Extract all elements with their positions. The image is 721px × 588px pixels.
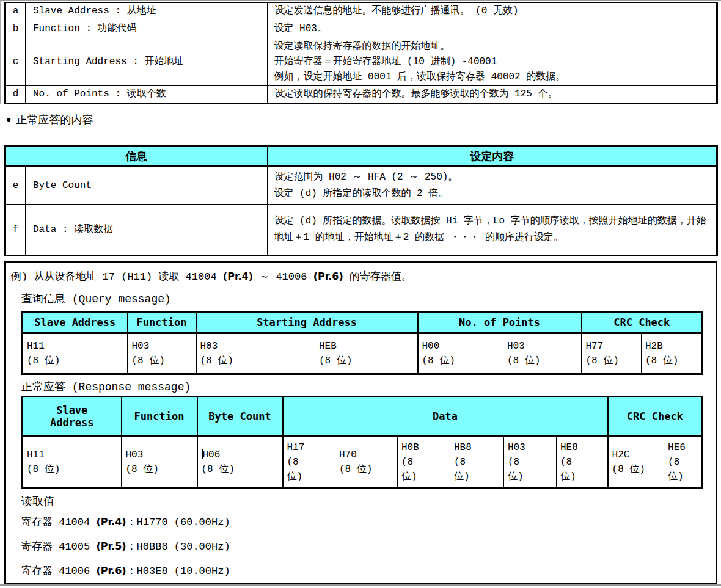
byte-cell: H0B(8 位) [398, 437, 450, 488]
byte-cell: H03(8 位) [122, 437, 197, 488]
table-data-row: H11(8 位) H03(8 位) H03(8 位) HEB(8 位) H00(… [23, 333, 703, 374]
page-edge-top [0, 0, 721, 1]
byte-cell: H03(8 位) [128, 333, 196, 374]
field-label: Starting Address : 开始地址 [26, 38, 268, 86]
row-key: b [5, 20, 26, 38]
table-row: d No. of Points : 读取个数 设定读取的保持寄存器的个数。最多能… [5, 86, 717, 104]
response-message-label: 正常应答 (Response message) [21, 379, 191, 394]
byte-cell: H77(8 位) [582, 333, 642, 374]
field-description: 设定 (d) 所指定的数据。读取数据按 Hi 字节，Lo 字节的顺序读取，按照开… [268, 205, 717, 256]
header-crc-check: CRC Check [582, 312, 703, 333]
byte-cell: H03(8 位) [504, 437, 557, 488]
bullet-icon: ● [6, 115, 11, 125]
read-value-line: 寄存器 41006 (Pr.6)：H03E8 (10.00Hz) [21, 564, 230, 578]
parameter-ref: (Pr.4) [96, 516, 126, 528]
page-edge-left [0, 0, 1, 104]
query-message-label: 查询信息 (Query message) [21, 291, 171, 306]
byte-cell: H70(8 位) [335, 437, 398, 488]
byte-cell: H03(8 位) [196, 333, 315, 374]
field-description: 设定读取保持寄存器的数据的开始地址。 开始寄存器＝开始寄存器地址 (10 进制)… [268, 38, 717, 86]
byte-cell: H06(8 位) [197, 437, 283, 488]
table-row: b Function : 功能代码 设定 H03。 [5, 20, 717, 38]
response-content-table: 信息 设定内容 e Byte Count 设定范围为 H02 ～ HFA (2 … [4, 145, 718, 256]
header-function: Function [128, 312, 196, 333]
parameter-ref: (Pr.6) [313, 270, 343, 282]
example-section-box: 例) 从从设备地址 17 (H11) 读取 41004 (Pr.4) ～ 410… [4, 261, 717, 584]
table-header-row: Slave Address Function Byte Count Data C… [23, 397, 703, 437]
byte-cell: H03(8 位) [503, 333, 582, 374]
query-message-fields-table: a Slave Address : 从地址 设定发送信息的地址。不能够进行广播通… [4, 2, 718, 104]
header-slave-address: Slave Address [23, 397, 122, 437]
header-info: 信息 [5, 147, 268, 167]
document-page: a Slave Address : 从地址 设定发送信息的地址。不能够进行广播通… [0, 0, 721, 588]
field-description: 设定 H03。 [268, 20, 717, 38]
section-bullet-note: ●正常应答的内容 [6, 112, 93, 127]
header-no-of-points: No. of Points [418, 312, 582, 333]
parameter-ref: (Pr.6) [96, 565, 126, 576]
header-function: Function [122, 397, 197, 437]
byte-cell: H11(8 位) [23, 333, 128, 374]
header-crc-check: CRC Check [608, 397, 703, 437]
read-value-line: 寄存器 41004 (Pr.4)：H1770 (60.00Hz) [21, 515, 230, 529]
table-row: e Byte Count 设定范围为 H02 ～ HFA (2 ～ 250)。 … [5, 167, 717, 205]
field-label: Byte Count [26, 167, 268, 205]
parameter-ref: (Pr.5) [96, 540, 126, 552]
header-data: Data [283, 397, 608, 437]
response-message-table: Slave Address Function Byte Count Data C… [21, 396, 703, 489]
table-row: c Starting Address : 开始地址 设定读取保持寄存器的数据的开… [5, 38, 717, 86]
field-label: Function : 功能代码 [26, 20, 268, 38]
parameter-ref: (Pr.4) [223, 270, 253, 282]
header-setting-content: 设定内容 [268, 147, 717, 167]
page-edge-bottom [0, 584, 721, 586]
byte-cell: H11(8 位) [23, 437, 122, 488]
byte-cell: H17(8 位) [283, 437, 335, 488]
field-description: 设定读取的保持寄存器的个数。最多能够读取的个数为 125 个。 [268, 86, 717, 104]
read-value-line: 寄存器 41005 (Pr.5)：H0BB8 (30.00Hz) [21, 539, 230, 553]
byte-cell: HEB(8 位) [315, 333, 418, 374]
row-key: c [5, 38, 26, 86]
byte-cell: H2C(8 位) [608, 437, 664, 488]
row-key: a [5, 2, 26, 20]
row-key: e [5, 167, 26, 205]
byte-cell: H00(8 位) [418, 333, 503, 374]
table-header-row: Slave Address Function Starting Address … [23, 312, 703, 333]
field-description: 设定发送信息的地址。不能够进行广播通讯。 (0 无效) [268, 2, 717, 20]
query-message-table: Slave Address Function Starting Address … [21, 311, 703, 375]
table-header-row: 信息 设定内容 [5, 147, 717, 167]
byte-cell: HE8(8 位) [557, 437, 608, 488]
field-description: 设定范围为 H02 ～ HFA (2 ～ 250)。 设定 (d) 所指定的读取… [268, 167, 717, 205]
row-key: f [5, 205, 26, 256]
byte-cell: HE6(8 位) [664, 437, 703, 488]
header-starting-address: Starting Address [196, 312, 418, 333]
field-label: Data : 读取数据 [26, 205, 268, 256]
table-row: f Data : 读取数据 设定 (d) 所指定的数据。读取数据按 Hi 字节，… [5, 205, 717, 256]
byte-cell: HB8(8 位) [450, 437, 504, 488]
byte-cell: H2B(8 位) [642, 333, 703, 374]
table-data-row: H11(8 位) H03(8 位) H06(8 位) H17(8 位) H70(… [23, 437, 703, 488]
read-values-label: 读取值 [21, 494, 54, 509]
field-label: Slave Address : 从地址 [26, 2, 268, 20]
table-row: a Slave Address : 从地址 设定发送信息的地址。不能够进行广播通… [5, 2, 717, 20]
bullet-text: 正常应答的内容 [16, 114, 93, 126]
example-title: 例) 从从设备地址 17 (H11) 读取 41004 (Pr.4) ～ 410… [11, 269, 412, 283]
field-label: No. of Points : 读取个数 [26, 86, 268, 104]
row-key: d [5, 86, 26, 104]
header-byte-count: Byte Count [197, 397, 283, 437]
header-slave-address: Slave Address [23, 312, 128, 333]
